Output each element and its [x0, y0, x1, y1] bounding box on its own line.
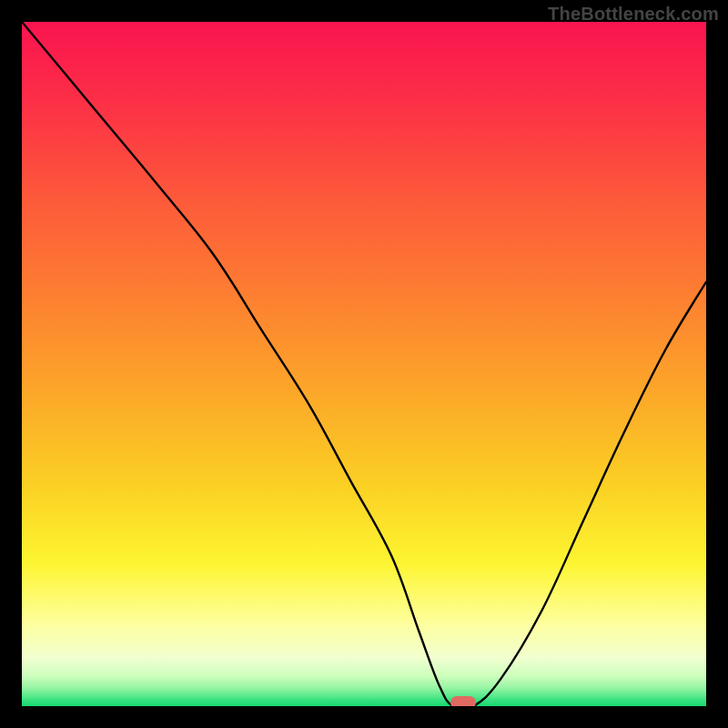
- bottleneck-curve: [22, 22, 706, 706]
- watermark-text: TheBottleneck.com: [548, 4, 719, 25]
- chart-frame: TheBottleneck.com: [0, 0, 728, 728]
- plot-area: [22, 22, 706, 706]
- curve-svg: [22, 22, 706, 706]
- optimal-marker: [450, 696, 476, 706]
